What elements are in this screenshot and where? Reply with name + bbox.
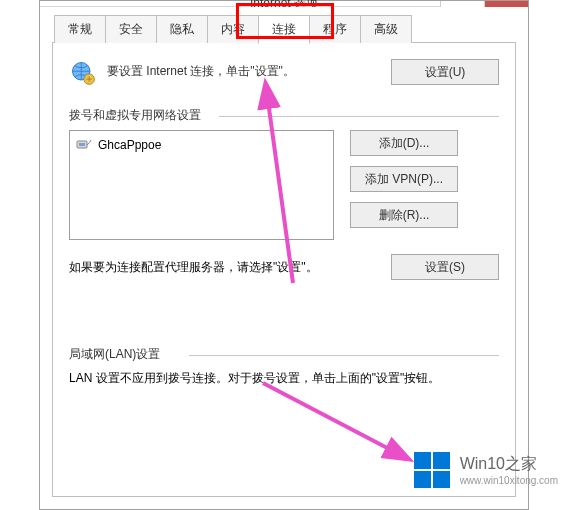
lan-row: LAN 设置不应用到拨号连接。对于拨号设置，单击上面的"设置"按钮。 <box>69 369 499 388</box>
dial-section-label: 拨号和虚拟专用网络设置 <box>69 107 499 124</box>
remove-button[interactable]: 删除(R)... <box>350 202 458 228</box>
globe-icon <box>69 59 97 87</box>
svg-rect-9 <box>433 471 450 488</box>
dial-settings-button[interactable]: 设置(S) <box>391 254 499 280</box>
proxy-text: 如果要为连接配置代理服务器，请选择"设置"。 <box>69 259 375 276</box>
tab-panel: 要设置 Internet 连接，单击"设置"。 设置(U) 拨号和虚拟专用网络设… <box>52 42 516 497</box>
watermark-line1: Win10之家 <box>460 454 558 475</box>
tab-privacy[interactable]: 隐私 <box>156 15 208 43</box>
dial-buttons: 添加(D)... 添加 VPN(P)... 删除(R)... <box>350 130 458 228</box>
svg-rect-3 <box>79 143 85 146</box>
add-button[interactable]: 添加(D)... <box>350 130 458 156</box>
list-item[interactable]: GhcaPppoe <box>74 135 329 155</box>
dial-listbox[interactable]: GhcaPppoe <box>69 130 334 240</box>
tab-strip: 常规 安全 隐私 内容 连接 程序 高级 <box>54 15 516 43</box>
internet-options-window: Internet 选项 ? × 常规 安全 隐私 内容 连接 程序 高级 <box>39 0 529 510</box>
client-area: 常规 安全 隐私 内容 连接 程序 高级 要 <box>40 7 528 509</box>
proxy-row: 如果要为连接配置代理服务器，请选择"设置"。 设置(S) <box>69 254 499 280</box>
dial-row: GhcaPppoe 添加(D)... 添加 VPN(P)... 删除(R)... <box>69 130 499 240</box>
tab-general[interactable]: 常规 <box>54 15 106 43</box>
watermark-text: Win10之家 www.win10xitong.com <box>460 454 558 486</box>
windows-logo-icon <box>412 450 452 490</box>
tab-security[interactable]: 安全 <box>105 15 157 43</box>
tab-programs[interactable]: 程序 <box>309 15 361 43</box>
setup-button[interactable]: 设置(U) <box>391 59 499 85</box>
watermark: Win10之家 www.win10xitong.com <box>412 450 558 490</box>
lan-section-label: 局域网(LAN)设置 <box>69 346 499 363</box>
lan-text: LAN 设置不应用到拨号连接。对于拨号设置，单击上面的"设置"按钮。 <box>69 369 499 388</box>
setup-text: 要设置 Internet 连接，单击"设置"。 <box>107 59 381 80</box>
list-item-label: GhcaPppoe <box>98 138 161 152</box>
tab-connections[interactable]: 连接 <box>258 15 310 44</box>
annotation-arrow-2 <box>253 373 413 476</box>
svg-rect-8 <box>414 471 431 488</box>
tab-advanced[interactable]: 高级 <box>360 15 412 43</box>
svg-line-5 <box>263 383 393 451</box>
svg-rect-7 <box>433 452 450 469</box>
connection-icon <box>76 137 92 153</box>
svg-rect-6 <box>414 452 431 469</box>
tab-content[interactable]: 内容 <box>207 15 259 43</box>
lan-section: 局域网(LAN)设置 LAN 设置不应用到拨号连接。对于拨号设置，单击上面的"设… <box>69 346 499 388</box>
add-vpn-button[interactable]: 添加 VPN(P)... <box>350 166 458 192</box>
setup-row: 要设置 Internet 连接，单击"设置"。 设置(U) <box>69 59 499 87</box>
watermark-line2: www.win10xitong.com <box>460 475 558 486</box>
